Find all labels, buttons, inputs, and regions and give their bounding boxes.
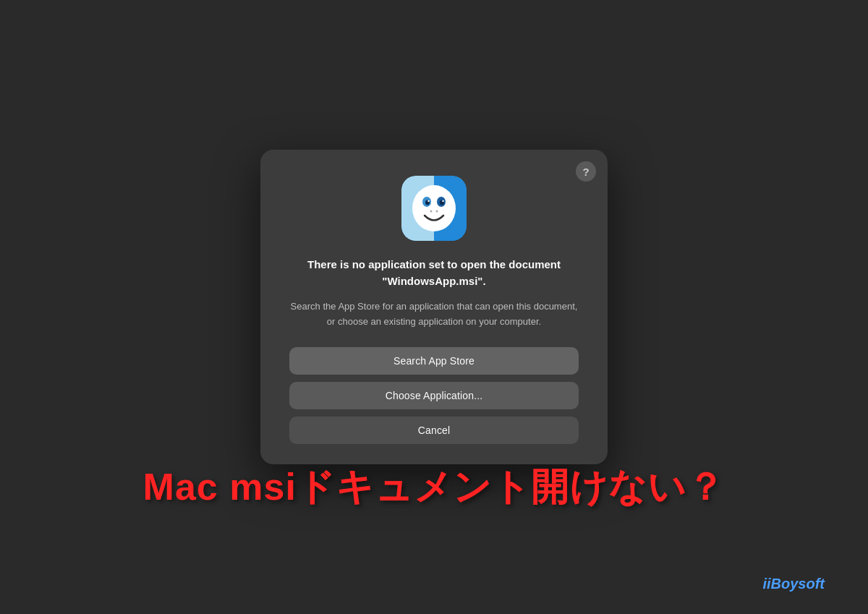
cancel-button[interactable]: Cancel (289, 417, 579, 444)
svg-point-9 (427, 200, 429, 202)
svg-point-4 (412, 185, 456, 231)
help-button[interactable]: ? (576, 161, 596, 182)
search-app-store-button[interactable]: Search App Store (289, 347, 579, 375)
choose-application-button[interactable]: Choose Application... (289, 382, 579, 409)
svg-point-11 (430, 210, 433, 213)
svg-point-10 (442, 200, 443, 202)
dialog-box: ? (260, 150, 608, 464)
svg-point-12 (436, 210, 438, 213)
finder-icon (401, 176, 467, 241)
button-group: Search App Store Choose Application... C… (289, 347, 579, 444)
dialog-title: There is no application set to open the … (289, 257, 579, 289)
dialog-body: Search the App Store for an application … (289, 299, 579, 330)
dialog-wrapper: ? (260, 150, 608, 464)
brand-label: iiBoysoft (762, 576, 825, 592)
